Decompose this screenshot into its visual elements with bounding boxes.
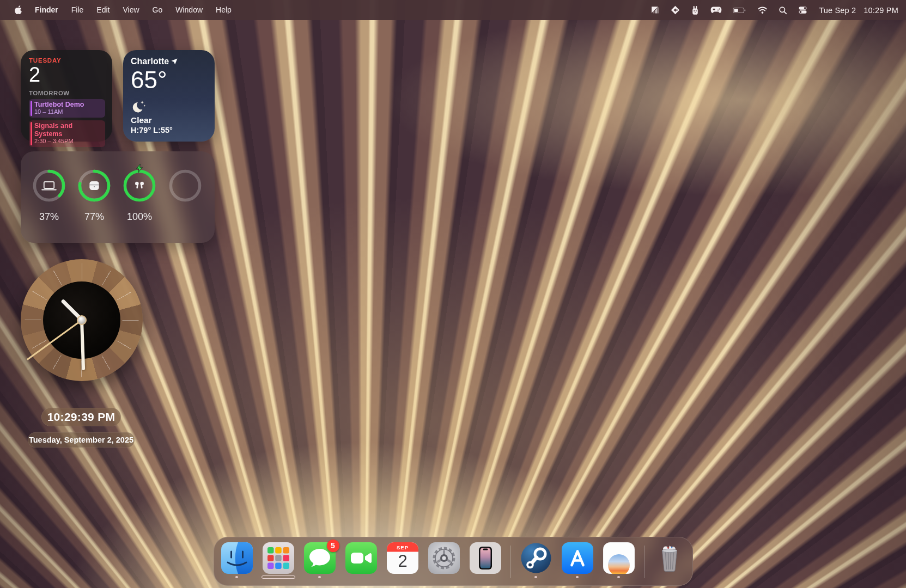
app-store-icon — [562, 542, 593, 574]
menubar-date: Tue Sep 2 — [819, 6, 856, 15]
location-arrow-icon — [171, 58, 178, 65]
airpods-icon — [121, 168, 157, 204]
dock-app-calendar[interactable]: SEP 2 — [386, 542, 419, 580]
input-switcher-icon[interactable] — [667, 0, 684, 20]
running-indicator — [534, 576, 537, 579]
menubar-time: 10:29 PM — [864, 6, 898, 15]
ollama-icon[interactable] — [687, 0, 703, 20]
menubar-clock[interactable]: Tue Sep 2 10:29 PM — [814, 6, 898, 15]
weather-widget[interactable]: Charlotte 65° Clear H:79° L:55° — [123, 50, 215, 142]
menu-item-window[interactable]: Window — [169, 0, 209, 20]
clock-hub — [77, 315, 87, 325]
digital-time-label: 10:29:39 PM — [41, 408, 121, 426]
battery-percent-label: 100% — [117, 211, 162, 223]
menu-item-view[interactable]: View — [117, 0, 145, 20]
dock-separator — [510, 546, 511, 578]
menu-item-finder[interactable]: Finder — [29, 0, 64, 20]
trash-full-icon — [654, 542, 685, 574]
calendar-icon-month: SEP — [396, 544, 408, 550]
search-icon[interactable] — [775, 0, 791, 20]
date-label: Tuesday, September 2, 2025 — [28, 432, 135, 448]
event-color-bar — [31, 101, 32, 117]
menu-item-edit[interactable]: Edit — [90, 0, 115, 20]
dock-app-steam[interactable] — [520, 542, 552, 580]
desktop: Finder File Edit View Go Window Help — [0, 0, 906, 588]
battery-percent-label: 77% — [71, 211, 117, 223]
running-indicator — [617, 576, 620, 579]
battery-ring-airpods: 100% — [117, 168, 162, 223]
calendar-weekday: TUESDAY — [29, 57, 105, 64]
calendar-icon-day: 2 — [398, 552, 407, 571]
display-diagonal-icon[interactable] — [647, 0, 664, 20]
calendar-section-label: TOMORROW — [29, 90, 105, 96]
line-indicator — [262, 575, 295, 579]
dock-app-launchpad[interactable] — [262, 542, 295, 580]
calendar-event[interactable]: Turtlebot Demo 10 – 11AM — [29, 99, 105, 118]
event-time: 10 – 11AM — [34, 108, 102, 115]
dock: 5 SEP 2 — [214, 537, 693, 586]
weather-condition: Clear — [131, 115, 207, 125]
event-title: Turtlebot Demo — [34, 101, 102, 108]
apple-icon — [13, 5, 22, 15]
weather-city: Charlotte — [131, 57, 169, 66]
calendar-widget[interactable]: TUESDAY 2 TOMORROW Turtlebot Demo 10 – 1… — [21, 50, 112, 142]
steam-icon — [520, 542, 552, 574]
calendar-event[interactable]: Signals and Systems 2:30 – 3:45PM — [29, 120, 105, 147]
analog-clock-widget[interactable] — [21, 259, 143, 381]
menu-item-help[interactable]: Help — [210, 0, 238, 20]
weather-temperature: 65° — [131, 68, 207, 93]
menu-item-file[interactable]: File — [65, 0, 90, 20]
control-center-icon[interactable] — [794, 0, 811, 20]
dock-separator — [644, 546, 644, 578]
calendar-day-number: 2 — [29, 64, 105, 86]
messages-badge: 5 — [327, 540, 339, 552]
system-settings-icon — [428, 542, 460, 574]
dock-app-facetime[interactable] — [345, 542, 378, 580]
battery-percent-label: 37% — [26, 211, 72, 223]
facetime-icon — [345, 542, 377, 574]
iphone-mirroring-icon — [470, 542, 501, 574]
battery-icon[interactable] — [729, 0, 750, 20]
running-indicator — [318, 576, 321, 579]
running-indicator — [576, 576, 579, 579]
charging-bolt-icon — [136, 164, 143, 173]
airpods-case-icon — [76, 168, 112, 204]
event-time: 2:30 – 3:45PM — [34, 138, 102, 145]
game-controller-icon[interactable] — [707, 0, 726, 20]
launchpad-icon — [263, 542, 294, 574]
calendar-icon: SEP 2 — [387, 542, 418, 574]
event-title: Signals and Systems — [34, 122, 102, 138]
dia-icon — [603, 542, 635, 574]
dock-app-iphone-mirroring[interactable] — [469, 542, 502, 580]
dock-app-system-settings[interactable] — [428, 542, 460, 580]
dock-app-finder[interactable] — [221, 542, 253, 580]
event-color-bar — [31, 122, 32, 145]
batteries-widget[interactable]: 37% 77% — [21, 151, 215, 243]
menu-item-go[interactable]: Go — [147, 0, 169, 20]
dock-app-dia[interactable] — [603, 542, 635, 580]
battery-ring-empty — [162, 168, 208, 204]
wifi-icon[interactable] — [753, 0, 771, 20]
running-indicator — [235, 576, 238, 579]
battery-ring-macbook: 37% — [26, 168, 72, 223]
dock-trash[interactable] — [653, 542, 686, 580]
dock-app-messages[interactable]: 5 — [303, 542, 336, 580]
dock-app-app-store[interactable] — [561, 542, 594, 580]
battery-ring-airpods-case: 77% — [71, 168, 117, 223]
apple-menu[interactable] — [8, 5, 28, 15]
finder-icon — [221, 542, 253, 574]
weather-high-low: H:79° L:55° — [131, 126, 207, 134]
moon-clear-icon — [131, 100, 207, 114]
macbook-icon — [31, 168, 67, 204]
menu-bar: Finder File Edit View Go Window Help — [0, 0, 906, 20]
